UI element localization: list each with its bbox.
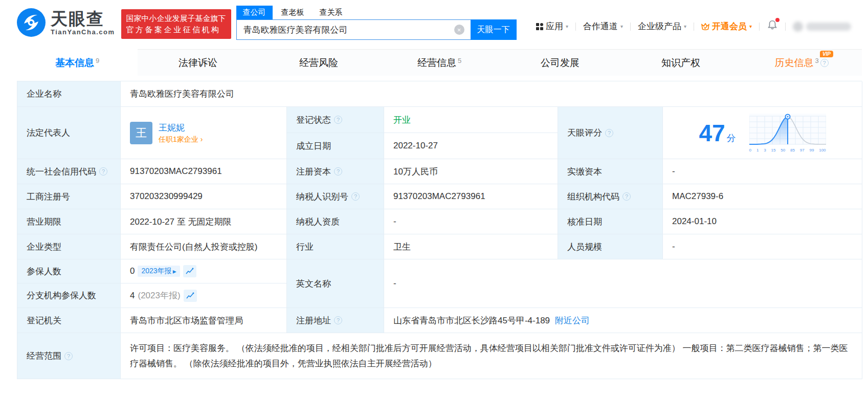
annual-report-link[interactable]: 2023年报▸ [138,266,180,277]
legal-rep-name-link[interactable]: 王妮妮 [159,122,203,134]
search-tab-relation[interactable]: 查关系 [313,6,349,19]
logo[interactable]: 天眼查 TianYanCha.com [17,8,115,37]
help-icon[interactable]: ? [99,167,107,176]
legal-rep-tenure-link[interactable]: 任职1家企业 › [159,135,203,144]
field-label-taxpayer-qualification: 纳税人资质 [287,209,384,234]
help-icon[interactable]: ? [334,316,342,324]
field-label-registration-authority: 登记机关 [17,308,121,333]
field-value-registered-capital: 10万人民币 [384,159,558,184]
nav-divider [785,23,786,31]
legal-rep-avatar[interactable]: 王 [130,122,152,144]
tianyancha-logo-icon [17,8,46,37]
field-label-company-type: 企业类型 [17,234,121,259]
field-value-insured-count: 0 2023年报▸ [121,259,287,283]
field-label-credit-code: 统一社会信用代码? [17,159,121,184]
field-label-taxpayer-id: 纳税人识别号? [287,184,384,209]
nav-divider [630,23,631,31]
score-bell-curve-chart: 0131550859799100 [749,114,826,152]
help-icon[interactable]: ? [64,352,73,360]
field-value-establish-date: 2022-10-27 [384,133,558,159]
tab-basic-info[interactable]: 基本信息9 [17,49,138,76]
vip-badge: VIP [820,51,833,57]
search-tab-company[interactable]: 查公司 [236,6,273,19]
tab-history-info[interactable]: VIP 历史信息3 ? [741,49,862,76]
insured-trend-chart-icon[interactable] [183,265,196,277]
field-value-credit-code: 91370203MAC2793961 [121,159,287,184]
field-value-business-scope: 许可项目：医疗美容服务。 （依法须经批准的项目，经相关部门批准后方可开展经营活动… [121,333,862,379]
field-label-english-name: 英文名称 [287,259,384,308]
search-area: 查公司 查老板 查关系 × 天眼一下 [236,5,517,40]
basic-info-table: 企业名称 青岛欧雅医疗美容有限公司 法定代表人 王 王妮妮 任职1家企业 › 登… [17,81,862,379]
badge-line2: 官方备案企业征信机构 [126,24,226,35]
field-label-legal-representative: 法定代表人 [17,107,121,159]
score-chart-ticks: 0131550859799100 [749,148,826,152]
search-tab-boss[interactable]: 查老板 [275,6,311,19]
field-label-registered-capital: 注册资本? [287,159,384,184]
brand-domain: TianYanCha.com [51,28,115,36]
notification-dot [775,18,780,22]
field-value-registration-status: 开业 [384,107,558,133]
apps-grid-icon [536,23,543,30]
field-label-registration-number: 工商注册号 [17,184,121,209]
badge-line1: 国家中小企业发展子基金旗下 [126,13,226,24]
field-label-establish-date: 成立日期 [287,133,384,159]
search-button[interactable]: 天眼一下 [471,19,517,40]
tab-business-info[interactable]: 经营信息5 [379,49,500,76]
field-label-insured-count: 参保人数 [17,259,121,283]
field-value-organization-code: MAC27939-6 [663,184,862,209]
field-value-registration-number: 370203230999429 [121,184,287,209]
field-label-registered-address: 注册地址? [287,308,384,333]
nav-divider [575,23,576,31]
nav-enterprise-products[interactable]: 企业级产品 ▾ [638,20,686,32]
site-header: 天眼查 TianYanCha.com 国家中小企业发展子基金旗下 官方备案企业征… [0,0,868,49]
field-label-staff-size: 人员规模 [558,234,663,259]
field-value-branch-insured-count: 4 (2023年报) [121,283,287,308]
field-label-approval-date: 核准日期 [558,209,663,234]
help-icon[interactable]: ? [334,167,342,176]
field-value-company-type: 有限责任公司(自然人投资或控股) [121,234,287,259]
field-label-paid-in-capital: 实缴资本 [558,159,663,184]
tab-company-development[interactable]: 公司发展 [500,49,620,76]
help-icon[interactable]: ? [334,116,342,124]
nav-divider [694,23,694,31]
tab-legal-proceedings[interactable]: 法律诉讼 [138,49,258,76]
field-label-business-term: 营业期限 [17,209,121,234]
field-value-english-name: - [384,259,862,308]
tab-business-risk[interactable]: 经营风险 [258,49,379,76]
field-value-paid-in-capital: - [663,159,862,184]
field-label-business-scope: 经营范围? [17,333,121,379]
nearby-companies-link[interactable]: 附近公司 [555,315,590,326]
nav-divider [759,23,760,31]
field-value-registration-authority: 青岛市市北区市场监督管理局 [121,308,287,333]
nav-open-vip[interactable]: 开通会员 ▾ [701,20,752,32]
score-value: 47 分 [699,121,736,145]
section-tab-bar: 基本信息9 法律诉讼 经营风险 经营信息5 公司发展 知识产权 VIP 历史信息… [17,49,862,76]
field-value-registered-address: 山东省青岛市市北区长沙路45号甲-4-189 附近公司 [384,308,862,333]
brand-name: 天眼查 [51,10,115,28]
nav-partner-channel[interactable]: 合作通道 ▾ [583,20,623,32]
user-avatar[interactable] [793,21,851,32]
notifications-bell-icon[interactable] [767,19,778,33]
field-value-business-term: 2022-10-27 至 无固定期限 [121,209,287,234]
field-value-taxpayer-qualification: - [384,209,558,234]
help-icon[interactable]: ? [605,129,613,137]
tab-intellectual-property[interactable]: 知识产权 [620,49,741,76]
field-value-legal-representative: 王 王妮妮 任职1家企业 › [121,107,287,159]
clear-search-icon[interactable]: × [454,25,464,35]
field-label-company-name: 企业名称 [17,81,121,107]
chevron-down-icon: ▾ [620,24,623,29]
field-value-industry: 卫生 [384,234,558,259]
tianyan-score-cell: 47 分 [663,107,862,159]
certification-badge: 国家中小企业发展子基金旗下 官方备案企业征信机构 [121,9,231,39]
chevron-down-icon: ▾ [684,24,686,29]
branch-insured-trend-chart-icon[interactable] [184,290,197,302]
annual-report-note: (2023年报) [138,290,180,301]
nav-apps[interactable]: 应用 ▾ [536,20,568,32]
help-icon[interactable]: ? [820,59,829,67]
help-icon[interactable]: ? [351,192,360,201]
search-input[interactable] [236,19,471,40]
crown-icon [701,23,709,30]
chevron-down-icon: ▾ [749,24,752,29]
field-value-staff-size: - [663,234,862,259]
help-icon[interactable]: ? [622,192,631,201]
